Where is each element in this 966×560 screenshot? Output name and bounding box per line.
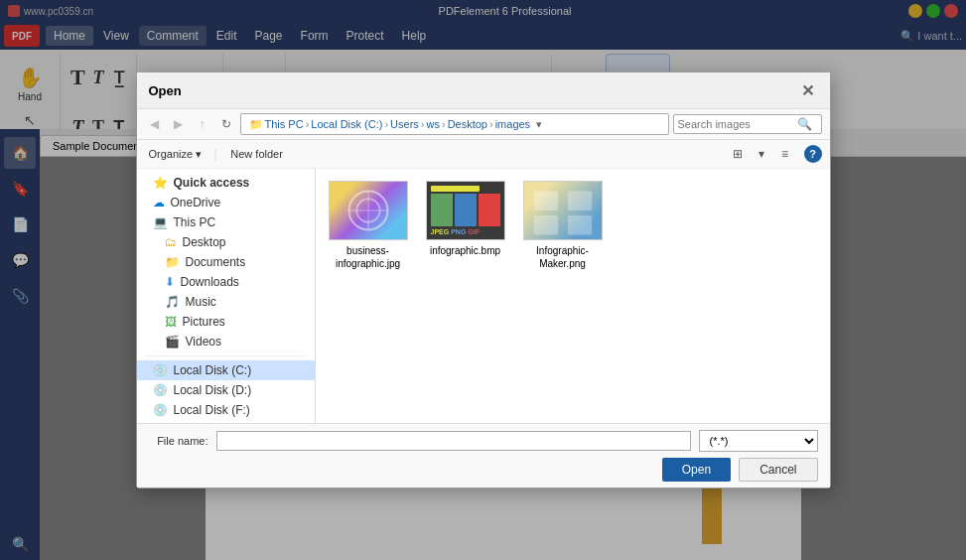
onedrive-icon: ☁ [153,196,165,210]
breadcrumb-this-pc[interactable]: This PC [265,118,304,130]
toolbar-separator: | [213,147,216,161]
tree-pictures[interactable]: 🖼 Pictures [137,312,315,332]
onedrive-label: OneDrive [171,196,221,210]
view-buttons: ⊞ ▾ ≡ [727,144,796,164]
dialog-toolbar: Organize ▾ | New folder ⊞ ▾ ≡ ? [137,140,830,169]
breadcrumb-ws[interactable]: ws [427,118,440,130]
organize-label: Organize [149,148,194,160]
dialog-title: Open [149,83,182,98]
desktop-label: Desktop [183,235,226,249]
tree-desktop[interactable]: 🗂 Desktop [137,232,315,252]
file-thumb-1 [329,181,408,240]
breadcrumb-local-disk[interactable]: Local Disk (C:) [311,118,382,130]
breadcrumb-desktop[interactable]: Desktop [448,118,487,130]
file-name-1: business-infographic.jpg [328,244,409,270]
cancel-button[interactable]: Cancel [739,458,817,482]
local-disk-d-icon: 💿 [153,383,168,397]
search-input[interactable] [678,118,797,130]
this-pc-icon: 💻 [153,215,168,229]
tree-videos[interactable]: 🎬 Videos [137,332,315,351]
videos-icon: 🎬 [165,335,180,349]
filename-row: File name: (*.*) (*.jpg) (*.png) (*.bmp) [149,430,818,452]
dialog-body: ⭐ Quick access ☁ OneDrive 💻 This PC 🗂 De… [137,169,830,423]
file-name-2: infographic.bmp [430,244,500,257]
file-item-3[interactable]: Infographic-Maker.png [518,177,608,274]
tree-local-disk-d[interactable]: 💿 Local Disk (D:) [137,380,315,400]
svg-rect-6 [533,215,557,235]
tree-music[interactable]: 🎵 Music [137,292,315,312]
local-disk-d-label: Local Disk (D:) [174,383,252,397]
breadcrumb-folder-icon: 📁 [249,118,263,131]
back-button[interactable]: ◀ [145,114,165,134]
quick-access-label: Quick access [174,176,250,190]
dialog-overlay: Open ✕ ◀ ▶ ↑ ↻ 📁 This PC › Local Disk (C… [0,0,966,560]
tree-documents[interactable]: 📁 Documents [137,252,315,272]
dialog-close-button[interactable]: ✕ [798,80,818,100]
breadcrumb-users[interactable]: Users [390,118,419,130]
file-tree: ⭐ Quick access ☁ OneDrive 💻 This PC 🗂 De… [137,169,316,423]
tree-this-pc[interactable]: 💻 This PC [137,212,315,232]
svg-rect-4 [533,192,557,211]
filename-label: File name: [149,435,208,447]
local-disk-c-icon: 💿 [153,363,168,377]
file-name-3: Infographic-Maker.png [522,244,604,270]
dialog-title-bar: Open ✕ [137,72,830,109]
pictures-label: Pictures [183,315,225,329]
videos-label: Videos [186,335,221,349]
music-label: Music [186,295,216,309]
local-disk-c-label: Local Disk (C:) [174,363,252,377]
quick-access-icon: ⭐ [153,176,168,190]
new-folder-button[interactable]: New folder [224,146,289,162]
this-pc-label: This PC [174,215,216,229]
open-dialog: Open ✕ ◀ ▶ ↑ ↻ 📁 This PC › Local Disk (C… [136,71,831,489]
local-disk-f-label: Local Disk (F:) [174,403,250,417]
organize-chevron-icon: ▾ [196,148,202,161]
search-icon: 🔍 [797,117,812,131]
details-view-button[interactable]: ≡ [774,144,796,164]
file-grid: business-infographic.jpg [316,169,830,423]
tree-local-disk-c[interactable]: 💿 Local Disk (C:) [137,360,315,380]
breadcrumb-images[interactable]: images [495,118,530,130]
help-button[interactable]: ? [804,145,822,163]
open-button[interactable]: Open [662,458,731,482]
footer-buttons: Open Cancel [149,458,818,482]
downloads-icon: ⬇ [165,275,175,289]
up-button[interactable]: ↑ [193,114,212,134]
svg-rect-5 [567,192,591,211]
pictures-icon: 🖼 [165,315,177,329]
tree-local-disk-f[interactable]: 💿 Local Disk (F:) [137,400,315,420]
address-bar: ◀ ▶ ↑ ↻ 📁 This PC › Local Disk (C:) › Us… [137,109,830,140]
file-thumb-2: JPEG PNG GIF [426,181,505,240]
dialog-footer: File name: (*.*) (*.jpg) (*.png) (*.bmp)… [137,423,830,488]
tree-quick-access[interactable]: ⭐ Quick access [137,173,315,193]
filetype-select[interactable]: (*.*) (*.jpg) (*.png) (*.bmp) [699,430,818,452]
downloads-label: Downloads [181,275,239,289]
svg-rect-7 [567,215,591,235]
search-box: 🔍 [673,114,822,134]
breadcrumb: 📁 This PC › Local Disk (C:) › Users › ws… [240,113,669,135]
music-icon: 🎵 [165,295,180,309]
tree-downloads[interactable]: ⬇ Downloads [137,272,315,292]
forward-button[interactable]: ▶ [169,114,189,134]
refresh-button[interactable]: ↻ [216,114,236,134]
file-item-1[interactable]: business-infographic.jpg [324,177,413,274]
organize-button[interactable]: Organize ▾ [145,146,207,163]
tree-separator-1 [145,355,307,356]
filename-input[interactable] [216,431,691,451]
tree-onedrive[interactable]: ☁ OneDrive [137,193,315,212]
local-disk-f-icon: 💿 [153,403,168,417]
file-item-2[interactable]: JPEG PNG GIF infographic.bmp [421,177,510,274]
list-view-button[interactable]: ▾ [751,144,772,164]
documents-icon: 📁 [165,255,180,269]
documents-label: Documents [186,255,246,269]
desktop-icon: 🗂 [165,235,177,249]
grid-view-button[interactable]: ⊞ [727,144,749,164]
breadcrumb-chevron[interactable]: ▾ [536,118,542,131]
file-thumb-3 [523,181,603,240]
